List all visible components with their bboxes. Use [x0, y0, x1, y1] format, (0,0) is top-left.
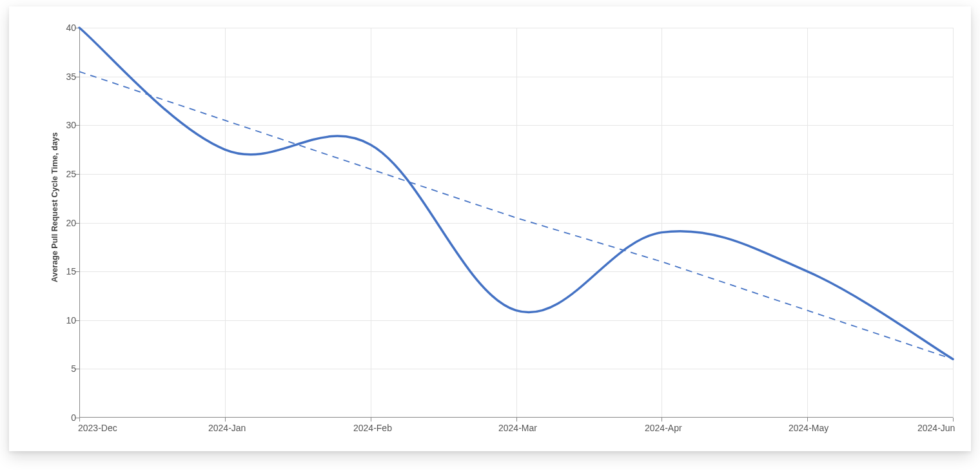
y-tick-label: 40: [66, 23, 76, 33]
chart-svg: [79, 28, 953, 418]
x-tick-label: 2023-Dec: [78, 423, 117, 433]
y-tick-label: 0: [71, 412, 76, 423]
x-tick-label: 2024-May: [789, 423, 828, 433]
y-tick-label: 15: [66, 266, 76, 276]
plot-area: 0 5 10 15 20 25 30 35 40 2023-Dec 2024-J…: [79, 28, 953, 418]
y-axis-title: Average Pull Request Cycle Time, days: [50, 132, 59, 282]
y-tick-label: 5: [71, 364, 76, 374]
x-tick-label: 2024-Apr: [645, 423, 682, 433]
cycle-time-line: [79, 28, 953, 359]
chart-card: 0 5 10 15 20 25 30 35 40 2023-Dec 2024-J…: [9, 6, 971, 451]
x-tick-label: 2024-Mar: [498, 423, 537, 433]
y-tick-label: 10: [66, 315, 76, 325]
x-tick-label: 2024-Jan: [208, 423, 246, 433]
y-tick-label: 35: [66, 72, 76, 82]
y-tick-label: 25: [66, 169, 76, 179]
x-tick-label: 2024-Jun: [917, 423, 955, 433]
x-tick-label: 2024-Feb: [353, 423, 392, 433]
y-tick-label: 30: [66, 120, 76, 130]
trend-line: [79, 72, 953, 359]
y-tick-label: 20: [66, 218, 76, 228]
